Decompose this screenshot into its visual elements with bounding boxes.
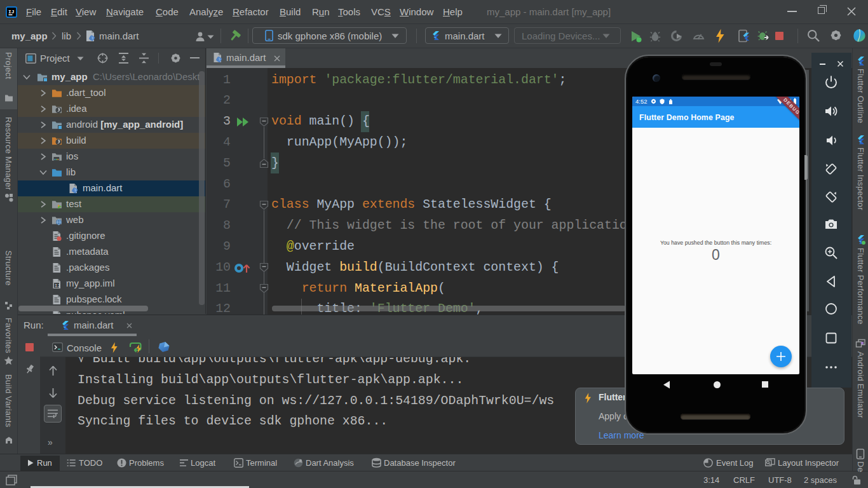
svg-text:IJ: IJ bbox=[8, 9, 15, 15]
